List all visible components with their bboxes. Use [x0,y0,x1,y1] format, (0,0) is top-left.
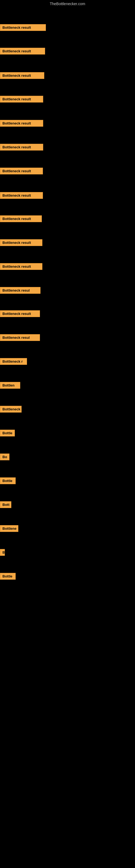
bottleneck-result-badge: Bottleneck resul [0,287,41,294]
bottleneck-result-badge: Bottle [0,477,16,484]
bottleneck-result-badge: Bottle [0,430,15,436]
site-title: TheBottlenecker.com [0,0,135,9]
bottleneck-result-badge: Bottlene [0,525,18,532]
bottleneck-result-badge: Bo [0,454,9,460]
bottleneck-result-badge: Bottleneck result [0,48,45,55]
bottleneck-result-badge: Bottleneck result [0,263,42,270]
bottleneck-result-badge: Bottleneck result [0,215,42,222]
bottleneck-result-badge: Bottleneck result [0,24,46,31]
bottleneck-result-badge: Bottleneck result [0,120,43,127]
bottleneck-result-badge: Bott [0,501,11,508]
bottleneck-result-badge: Bottleneck result [0,167,43,175]
bottleneck-result-badge: Bottleneck result [0,144,43,151]
bottleneck-result-badge: Bottle [0,573,16,580]
bottleneck-result-badge: Bottleneck resul [0,334,40,341]
bottleneck-result-badge: Bottleneck result [0,310,40,317]
bottleneck-result-badge: Bottlen [0,382,20,389]
bottleneck-result-badge: Bottleneck result [0,192,43,199]
bottleneck-result-badge: Bottleneck result [0,96,43,102]
bottleneck-result-badge: B [0,549,5,556]
bottleneck-result-badge: Bottleneck result [0,72,44,79]
bottleneck-result-badge: Bottleneck r [0,358,27,365]
bottleneck-result-badge: Bottleneck [0,406,21,412]
bottleneck-result-badge: Bottleneck result [0,239,42,246]
